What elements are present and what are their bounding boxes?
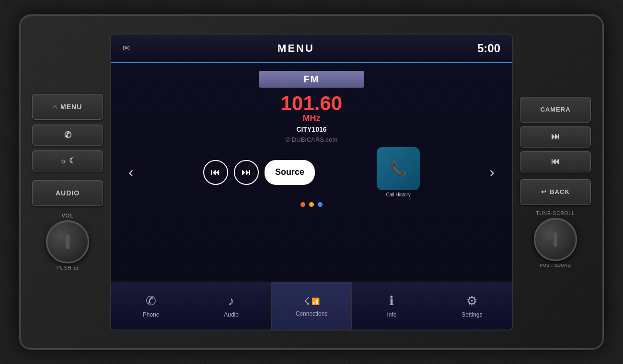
rewind-button[interactable]: ⏮: [203, 160, 228, 185]
connections-nav-label: Connections: [296, 310, 328, 317]
push-label: PUSH ⏻: [57, 265, 79, 271]
frequency-display: 101.60: [121, 93, 502, 114]
push-sound-label: PUSH SOUND: [540, 263, 571, 268]
home-icon: ⌂: [53, 103, 58, 111]
skip-back-button[interactable]: ⏮: [520, 151, 591, 172]
brightness-button[interactable]: ☼ ☾: [32, 150, 103, 171]
background: ⌂ MENU ✆ ☼ ☾ AUDIO VOL PUSH ⏻: [0, 0, 623, 364]
tune-label: TUNE·SCROLL: [536, 211, 575, 216]
fast-forward-icon: ⏭: [242, 167, 251, 178]
nav-next-arrow[interactable]: ›: [482, 159, 502, 186]
audio-label: AUDIO: [56, 189, 80, 197]
call-history-container: 📞 Call History: [377, 147, 420, 197]
screen-header: ✉ MENU 5:00: [111, 34, 512, 63]
brightness-icon: ☼ ☾: [59, 156, 75, 165]
volume-control: VOL PUSH ⏻: [46, 213, 89, 271]
back-label: BACK: [550, 188, 570, 195]
watermark: © DUBICARS.com: [121, 136, 502, 143]
mhz-label: MHz: [121, 114, 502, 124]
back-arrow-icon: ↩: [541, 188, 547, 195]
screen-title: MENU: [130, 42, 462, 55]
phone-nav-icon: ✆: [146, 294, 156, 308]
bluetooth-icon: ☇: [304, 295, 310, 307]
skip-back-icon: ⏮: [551, 157, 560, 167]
source-label: Source: [275, 167, 304, 177]
source-button[interactable]: Source: [265, 160, 315, 185]
info-nav-icon: ℹ: [389, 294, 394, 308]
nav-item-audio[interactable]: ♪ Audio: [191, 282, 271, 330]
nav-item-phone[interactable]: ✆ Phone: [111, 282, 191, 330]
clock-display: 5:00: [462, 42, 500, 55]
rewind-icon: ⏮: [211, 167, 220, 178]
menu-label: MENU: [60, 103, 82, 111]
phone-outgoing-icon: 📞: [390, 161, 407, 177]
settings-nav-icon: ⚙: [466, 294, 477, 308]
dot-1: [300, 202, 305, 207]
audio-nav-label: Audio: [224, 311, 239, 318]
controls-row: ‹ ⏮ ⏭ Source 📞: [121, 147, 502, 197]
bottom-nav: ✆ Phone ♪ Audio ☇ 📶 Connections ℹ Info: [111, 282, 512, 330]
right-panel: CAMERA ⏭ ⏮ ↩ BACK TUNE·SCROLL PUSH SOUND: [517, 97, 594, 268]
volume-knob[interactable]: [46, 220, 89, 263]
nav-item-connections[interactable]: ☇ 📶 Connections: [272, 282, 352, 330]
menu-button[interactable]: ⌂ MENU: [32, 94, 103, 120]
back-button[interactable]: ↩ BACK: [520, 179, 591, 205]
connections-icons: ☇ 📶: [304, 295, 320, 307]
station-name: CITY1016: [121, 125, 502, 133]
dot-3: [318, 202, 323, 207]
page-dots: [121, 202, 502, 207]
nav-item-info[interactable]: ℹ Info: [352, 282, 432, 330]
camera-label: CAMERA: [540, 106, 570, 113]
phone-button-left[interactable]: ✆: [32, 125, 103, 146]
camera-button[interactable]: CAMERA: [520, 97, 591, 123]
call-history-label: Call History: [386, 192, 411, 197]
call-history-button[interactable]: 📞: [377, 147, 420, 190]
message-icon: ✉: [123, 43, 130, 54]
info-nav-label: Info: [387, 311, 396, 318]
tune-knob[interactable]: [534, 218, 577, 261]
skip-forward-icon: ⏭: [551, 132, 560, 142]
wifi-icon: 📶: [312, 297, 320, 305]
playback-controls: ⏮ ⏭ Source: [203, 160, 315, 185]
skip-forward-button[interactable]: ⏭: [520, 126, 591, 148]
fast-forward-button[interactable]: ⏭: [234, 160, 259, 185]
main-screen: ✉ MENU 5:00 FM 101.60 MHz CITY1016 © DUB…: [110, 34, 513, 330]
vol-label: VOL: [61, 213, 73, 218]
phone-nav-label: Phone: [143, 311, 160, 318]
fm-indicator[interactable]: FM: [259, 71, 364, 88]
nav-prev-arrow[interactable]: ‹: [121, 159, 141, 186]
phone-icon-left: ✆: [64, 130, 71, 140]
nav-item-settings[interactable]: ⚙ Settings: [432, 282, 512, 330]
audio-nav-icon: ♪: [228, 294, 234, 308]
screen-content: FM 101.60 MHz CITY1016 © DUBICARS.com ‹ …: [111, 63, 512, 282]
audio-button[interactable]: AUDIO: [32, 180, 103, 206]
tune-control: TUNE·SCROLL PUSH SOUND: [534, 211, 577, 268]
left-panel: ⌂ MENU ✆ ☼ ☾ AUDIO VOL PUSH ⏻: [29, 94, 106, 271]
dot-2: [309, 202, 314, 207]
head-unit: ⌂ MENU ✆ ☼ ☾ AUDIO VOL PUSH ⏻: [19, 14, 604, 350]
settings-nav-label: Settings: [461, 311, 482, 318]
